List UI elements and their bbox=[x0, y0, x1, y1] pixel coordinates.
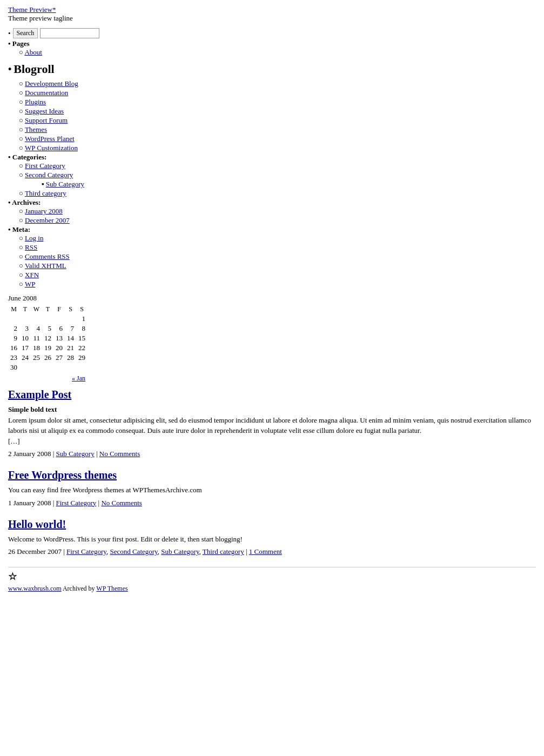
calendar-header-cell: T bbox=[19, 305, 31, 314]
footer-icon: ☆ bbox=[8, 571, 536, 583]
calendar-day-cell[interactable]: 28 bbox=[65, 353, 76, 363]
calendar-day-cell[interactable]: 9 bbox=[8, 333, 19, 343]
blogroll-item: WP Customization bbox=[19, 144, 536, 152]
archive-link-0[interactable]: January 2008 bbox=[25, 207, 63, 215]
meta-item: Log in bbox=[19, 234, 536, 243]
calendar-day-cell[interactable]: 27 bbox=[53, 353, 65, 363]
post-comments-link[interactable]: No Comments bbox=[99, 450, 140, 458]
calendar-day-cell[interactable]: 11 bbox=[31, 333, 42, 343]
site-footer: ☆ www.waxbrush.com Archived by WP Themes bbox=[8, 567, 536, 593]
calendar-day-cell bbox=[19, 363, 31, 372]
calendar-day-cell[interactable]: 7 bbox=[65, 324, 76, 333]
calendar-day-cell bbox=[8, 314, 19, 324]
search-input[interactable] bbox=[40, 28, 99, 38]
page-about: About bbox=[19, 48, 536, 57]
post-comments-link[interactable]: No Comments bbox=[101, 499, 142, 507]
post-category-link[interactable]: Sub Category bbox=[161, 547, 199, 556]
post-category-link[interactable]: First Category bbox=[56, 499, 97, 507]
subcategory-link-1-0[interactable]: Sub Category bbox=[46, 180, 84, 188]
blogroll-list: Development BlogDocumentationPluginsSugg… bbox=[8, 79, 536, 152]
post-title-link[interactable]: Hello world! bbox=[8, 518, 66, 530]
meta-link-2[interactable]: Comments RSS bbox=[25, 252, 70, 260]
calendar-day-cell[interactable]: 23 bbox=[8, 353, 19, 363]
search-button[interactable]: Search bbox=[13, 28, 38, 38]
category-item: Second Category bbox=[19, 171, 536, 179]
calendar-day-cell[interactable]: 20 bbox=[53, 343, 65, 353]
blogroll-link-2[interactable]: Plugins bbox=[25, 98, 46, 106]
calendar-day-cell[interactable]: 14 bbox=[65, 333, 76, 343]
calendar-day-cell[interactable]: 15 bbox=[76, 333, 88, 343]
pages-section: Pages About bbox=[8, 39, 536, 57]
blogroll-item: Documentation bbox=[19, 89, 536, 97]
blogroll-link-6[interactable]: WordPress Planet bbox=[25, 135, 75, 143]
post-body: Simple bold textLorem ipsum dolor sit am… bbox=[8, 404, 536, 446]
calendar-day-cell[interactable]: 5 bbox=[42, 324, 53, 333]
post-category-link[interactable]: Second Category bbox=[110, 547, 157, 556]
main-content: Example PostSimple bold textLorem ipsum … bbox=[8, 389, 536, 556]
subcategory-item: Sub Category bbox=[35, 180, 536, 189]
post-category-link[interactable]: Third category bbox=[203, 547, 244, 556]
post-title: Hello world! bbox=[8, 518, 536, 531]
calendar-day-cell[interactable]: 13 bbox=[53, 333, 65, 343]
calendar-day-cell[interactable]: 25 bbox=[31, 353, 42, 363]
calendar-day-cell[interactable]: 4 bbox=[31, 324, 42, 333]
blogroll-item: WordPress Planet bbox=[19, 135, 536, 143]
calendar-day-cell[interactable]: 10 bbox=[19, 333, 31, 343]
calendar-day-cell[interactable]: 22 bbox=[76, 343, 88, 353]
site-title-link[interactable]: Theme Preview* bbox=[8, 5, 56, 14]
archive-link-1[interactable]: December 2007 bbox=[25, 216, 70, 224]
calendar-day-cell[interactable]: 6 bbox=[53, 324, 65, 333]
calendar-day-cell[interactable]: 19 bbox=[42, 343, 53, 353]
meta-link-3[interactable]: Valid XHTML bbox=[25, 262, 66, 270]
calendar-day-cell[interactable]: 18 bbox=[31, 343, 42, 353]
calendar-day-cell bbox=[42, 314, 53, 324]
calendar-day-cell[interactable]: 17 bbox=[19, 343, 31, 353]
calendar-day-cell[interactable]: 21 bbox=[65, 343, 76, 353]
post-title-link[interactable]: Free Wordpress themes bbox=[8, 469, 117, 481]
calendar-day-cell bbox=[53, 314, 65, 324]
blogroll-link-0[interactable]: Development Blog bbox=[25, 79, 78, 88]
meta-link-1[interactable]: RSS bbox=[25, 243, 37, 251]
calendar-day-cell[interactable]: 12 bbox=[42, 333, 53, 343]
post-meta: 1 January 2008 | First Category | No Com… bbox=[8, 499, 536, 507]
calendar-day-cell[interactable]: 29 bbox=[76, 353, 88, 363]
meta-item: XFN bbox=[19, 271, 536, 279]
page-about-link[interactable]: About bbox=[24, 48, 42, 56]
calendar-day-cell[interactable]: 2 bbox=[8, 324, 19, 333]
calendar-table: MTWTFSS 12345678910111213141516171819202… bbox=[8, 305, 88, 383]
footer-archive-link[interactable]: www.waxbrush.com bbox=[8, 585, 62, 592]
post-body: Welcome to WordPress. This is your first… bbox=[8, 534, 536, 545]
meta-link-5[interactable]: WP bbox=[25, 280, 36, 288]
calendar-day-cell bbox=[53, 363, 65, 372]
post-category-link[interactable]: First Category bbox=[66, 547, 106, 556]
calendar-day-cell[interactable]: 26 bbox=[42, 353, 53, 363]
calendar-header-cell: W bbox=[31, 305, 42, 314]
archives-label: Archives: bbox=[8, 198, 41, 206]
blogroll-link-5[interactable]: Themes bbox=[25, 125, 47, 133]
category-link-2[interactable]: Third category bbox=[25, 189, 66, 197]
calendar-day-cell[interactable]: 16 bbox=[8, 343, 19, 353]
blogroll-link-1[interactable]: Documentation bbox=[25, 89, 68, 97]
post-title: Example Post bbox=[8, 389, 536, 401]
category-link-0[interactable]: First Category bbox=[25, 162, 65, 170]
footer-themes-link[interactable]: WP Themes bbox=[96, 585, 127, 592]
post-comments-link[interactable]: 1 Comment bbox=[249, 547, 282, 556]
blogroll-link-3[interactable]: Suggest Ideas bbox=[25, 107, 64, 115]
calendar-day-cell bbox=[31, 314, 42, 324]
post-category-link[interactable]: Sub Category bbox=[56, 450, 95, 458]
calendar-prev-link[interactable]: « Jan bbox=[72, 374, 85, 382]
calendar-day-cell[interactable]: 8 bbox=[76, 324, 88, 333]
meta-link-0[interactable]: Log in bbox=[25, 234, 43, 242]
blogroll-section: Blogroll Development BlogDocumentationPl… bbox=[8, 62, 536, 152]
calendar-day-cell[interactable]: 1 bbox=[76, 314, 88, 324]
blogroll-link-7[interactable]: WP Customization bbox=[25, 144, 78, 152]
calendar-day-cell[interactable]: 30 bbox=[8, 363, 19, 372]
blogroll-link-4[interactable]: Support Forum bbox=[25, 116, 68, 124]
archive-item: January 2008 bbox=[19, 207, 536, 216]
meta-link-4[interactable]: XFN bbox=[25, 271, 39, 279]
category-link-1[interactable]: Second Category bbox=[25, 171, 73, 179]
post-title-link[interactable]: Example Post bbox=[8, 389, 71, 400]
calendar-day-cell[interactable]: 3 bbox=[19, 324, 31, 333]
calendar-header-cell: F bbox=[53, 305, 65, 314]
calendar-day-cell[interactable]: 24 bbox=[19, 353, 31, 363]
